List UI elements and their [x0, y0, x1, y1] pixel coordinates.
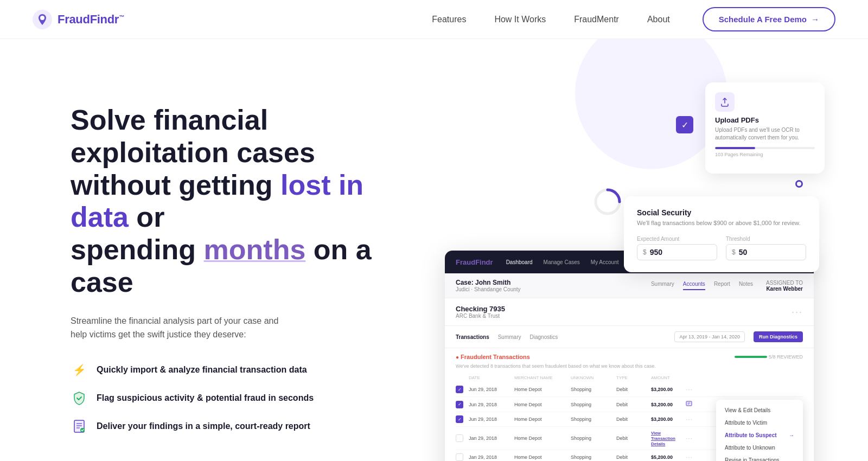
- nav-links: Features How It Works FraudMentr About: [432, 15, 669, 24]
- lightning-icon: ⚡: [71, 361, 88, 379]
- hero-left: Solve financial exploitation cases witho…: [71, 72, 396, 461]
- fraud-count: 5/8 REVIEWED: [769, 354, 803, 360]
- row-menu[interactable]: ···: [686, 453, 702, 461]
- fraud-progress-fill: [735, 356, 767, 358]
- logo-text: FraudFindr™: [58, 12, 124, 27]
- run-diagnostics-button[interactable]: Run Diagnostics: [754, 331, 803, 342]
- menu-item-revise-transactions[interactable]: Revise in Transactions: [716, 454, 803, 461]
- fraud-header: ● Fraudulent Transactions 5/8 REVIEWED: [456, 348, 803, 363]
- trans-tab-diagnostics[interactable]: Diagnostics: [530, 334, 558, 340]
- row-checkbox[interactable]: ✓: [456, 415, 463, 423]
- dashboard-card: FraudFindr Dashboard Manage Cases My Acc…: [445, 251, 814, 461]
- menu-item-view-edit[interactable]: View & Edit Details: [716, 404, 803, 417]
- svg-rect-8: [686, 401, 692, 406]
- social-card-desc: We'll flag transactions below $900 or ab…: [637, 219, 806, 227]
- pages-remaining: 103 Pages Remaining: [715, 151, 815, 158]
- hero-title: Solve financial exploitation cases witho…: [71, 104, 385, 299]
- view-transaction-link[interactable]: View Transaction Details: [651, 431, 675, 446]
- navbar: FraudFindr™ Features How It Works FraudM…: [0, 0, 868, 39]
- case-name: Case: John Smith: [456, 279, 521, 286]
- table-header: DATE MERCHANT NAME UNKNOWN TYPE AMOUNT: [456, 373, 803, 382]
- col-merchant: MERCHANT NAME: [514, 375, 569, 380]
- nav-link-how-it-works[interactable]: How It Works: [494, 15, 546, 24]
- col-type: TYPE: [616, 375, 649, 380]
- trans-tab-transactions[interactable]: Transactions: [456, 334, 489, 340]
- feature-item-0: ⚡ Quickly import & analyze financial tra…: [71, 361, 396, 379]
- hero-right: ✓ Upload PDFs Upload PDFs and we'll use …: [396, 72, 825, 461]
- floating-checkbox: ✓: [676, 116, 693, 133]
- fraud-progress: 5/8 REVIEWED: [735, 354, 803, 360]
- row-menu[interactable]: ···: [686, 386, 702, 393]
- nav-link-features[interactable]: Features: [432, 15, 466, 24]
- account-menu-dots[interactable]: ···: [792, 306, 803, 318]
- row-menu[interactable]: ···: [686, 434, 702, 442]
- col-amount: AMOUNT: [651, 375, 684, 380]
- context-menu: View & Edit Details Attribute to Victim …: [716, 400, 803, 461]
- upload-progress-fill: [715, 147, 755, 149]
- social-security-card: Social Security We'll flag transactions …: [624, 196, 819, 272]
- upload-icon: [715, 92, 735, 112]
- ui-cards-container: ✓ Upload PDFs Upload PDFs and we'll use …: [445, 82, 825, 461]
- nav-cta-button[interactable]: Schedule A Free Demo →: [703, 7, 835, 31]
- upload-progress-bar: [715, 147, 815, 149]
- menu-item-attribute-unknown[interactable]: Attribute to Unknown: [716, 441, 803, 454]
- col-date: DATE: [469, 375, 512, 380]
- row-checkbox[interactable]: [456, 434, 463, 442]
- row-checkbox[interactable]: ✓: [456, 386, 463, 393]
- upload-pdfs-card: Upload PDFs Upload PDFs and we'll use OC…: [705, 82, 825, 174]
- fraud-title: ● Fraudulent Transactions: [456, 354, 530, 360]
- menu-item-attribute-victim[interactable]: Attribute to Victim: [716, 417, 803, 429]
- hero-subtitle: Streamline the financial analysis part o…: [71, 314, 320, 342]
- dash-nav-dashboard[interactable]: Dashboard: [506, 259, 533, 265]
- shield-icon: [71, 389, 88, 407]
- feature-item-1: Flag suspicious activity & potential fra…: [71, 389, 396, 407]
- features-list: ⚡ Quickly import & analyze financial tra…: [71, 361, 396, 435]
- arrow-icon: →: [789, 432, 794, 438]
- row-checkbox[interactable]: ✓: [456, 401, 463, 408]
- expected-amount-label: Expected Amount: [637, 236, 717, 242]
- logo[interactable]: FraudFindr™: [33, 10, 124, 29]
- table-row: ✓ Jun 29, 2018 Home Depot Shopping Debit…: [456, 382, 803, 397]
- tab-report[interactable]: Report: [714, 281, 730, 290]
- row-menu[interactable]: [686, 400, 702, 408]
- row-checkbox[interactable]: [456, 453, 463, 461]
- trans-tab-summary[interactable]: Summary: [498, 334, 521, 340]
- dash-nav-manage[interactable]: Manage Cases: [544, 259, 580, 265]
- dashboard-tabs: Summary Accounts Report Notes: [651, 281, 753, 290]
- dashboard-logo: FraudFindr: [456, 258, 493, 266]
- transaction-tabs: Transactions Summary Diagnostics Apr 13,…: [445, 326, 814, 348]
- feature-item-2: Deliver your findings in a simple, court…: [71, 418, 396, 435]
- case-county: Judici · Shandange County: [456, 286, 521, 292]
- date-range: Apr 13, 2019 - Jan 14, 2020: [674, 331, 745, 342]
- social-fields-row: Expected Amount $ 950 Threshold $ 50: [637, 236, 806, 260]
- expected-amount-group: Expected Amount $ 950: [637, 236, 717, 260]
- svg-point-1: [40, 16, 44, 20]
- account-bank: ARC Bank & Trust: [456, 313, 505, 319]
- tab-notes[interactable]: Notes: [739, 281, 753, 290]
- svg-point-6: [80, 428, 85, 432]
- col-unknown: UNKNOWN: [571, 375, 614, 380]
- expected-amount-input[interactable]: $ 950: [637, 244, 717, 260]
- nav-link-about[interactable]: About: [647, 15, 670, 24]
- fraud-description: We've detected 8 transactions that seem …: [456, 363, 803, 369]
- threshold-input[interactable]: $ 50: [726, 244, 806, 260]
- dashboard-subheader: Case: John Smith Judici · Shandange Coun…: [445, 273, 814, 298]
- threshold-group: Threshold $ 50: [726, 236, 806, 260]
- case-info: Case: John Smith Judici · Shandange Coun…: [456, 279, 521, 292]
- logo-icon: [33, 10, 52, 29]
- account-info: Checking 7935 ARC Bank & Trust: [456, 305, 505, 319]
- tab-accounts[interactable]: Accounts: [683, 281, 705, 290]
- row-menu[interactable]: ···: [686, 415, 702, 423]
- upload-card-desc: Upload PDFs and we'll use OCR to automat…: [715, 126, 815, 142]
- account-header: Checking 7935 ARC Bank & Trust ···: [445, 298, 814, 326]
- menu-item-attribute-suspect[interactable]: Attribute to Suspect →: [716, 429, 803, 441]
- dash-nav-account[interactable]: My Account: [591, 259, 619, 265]
- hero-section: Solve financial exploitation cases witho…: [0, 39, 868, 461]
- report-icon: [71, 418, 88, 435]
- loading-indicator: [591, 185, 624, 218]
- upload-card-title: Upload PDFs: [715, 116, 815, 124]
- nav-link-fraudmentr[interactable]: FraudMentr: [574, 15, 619, 24]
- tab-summary[interactable]: Summary: [651, 281, 674, 290]
- threshold-label: Threshold: [726, 236, 806, 242]
- assigned-to: ASSIGNED TO Karen Webber: [766, 280, 803, 292]
